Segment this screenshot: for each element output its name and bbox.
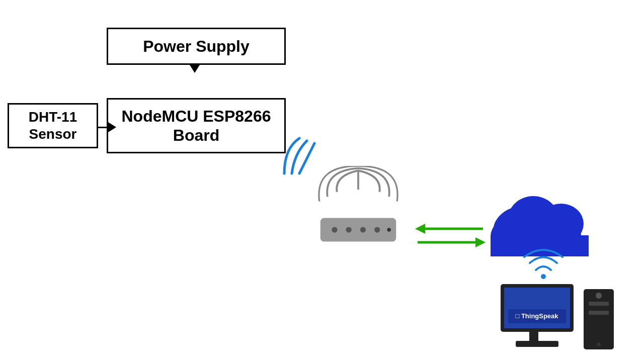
svg-point-17 [541, 274, 546, 279]
svg-rect-26 [589, 311, 609, 315]
svg-point-6 [387, 228, 391, 232]
arrow-line [98, 127, 108, 128]
svg-rect-22 [529, 332, 538, 342]
double-arrows-icon [413, 221, 488, 251]
svg-point-5 [374, 227, 380, 232]
svg-rect-25 [589, 302, 609, 306]
nodemcu-label: NodeMCU ESP8266Board [122, 107, 271, 145]
monitor-thingspeak-icon: □ ThingSpeak [498, 282, 576, 352]
svg-rect-23 [516, 341, 558, 347]
svg-marker-8 [415, 224, 425, 234]
desktop-tower-icon [581, 287, 616, 352]
wifi-cloud-icon [523, 249, 564, 279]
power-supply-box: Power Supply [107, 28, 286, 65]
cloud-icon [483, 191, 594, 256]
svg-point-2 [332, 227, 337, 232]
power-supply-label: Power Supply [143, 37, 250, 56]
router-icon [308, 166, 409, 246]
diagram-container: Power Supply NodeMCU ESP8266Board DHT-11… [0, 0, 644, 362]
arrow-head [190, 65, 200, 73]
dht-label: DHT-11Sensor [29, 109, 77, 142]
svg-point-27 [596, 293, 602, 299]
svg-text:□ ThingSpeak: □ ThingSpeak [515, 312, 558, 320]
svg-point-28 [597, 342, 601, 346]
arrow-dht-to-nodemcu [98, 122, 116, 132]
nodemcu-box: NodeMCU ESP8266Board [107, 98, 286, 153]
svg-point-4 [360, 227, 366, 232]
dht-box: DHT-11Sensor [8, 103, 98, 148]
svg-point-3 [346, 227, 352, 232]
arrow-head [108, 122, 116, 132]
